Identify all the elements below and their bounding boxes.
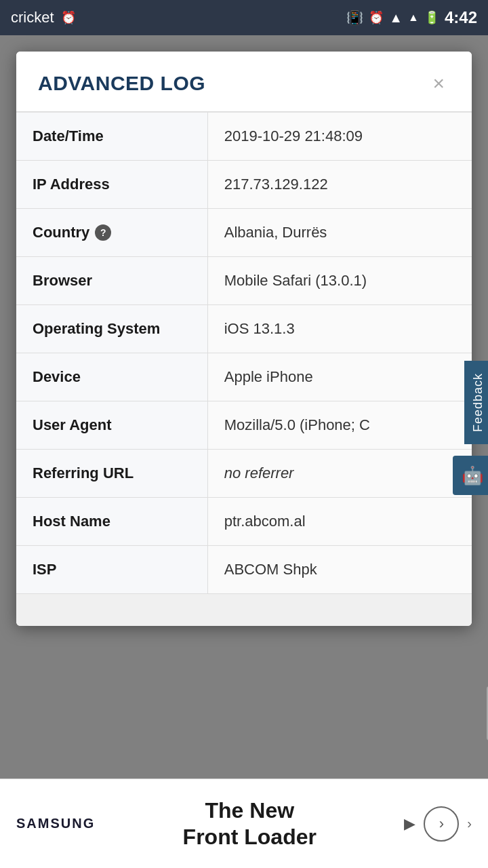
- modal-header: ADVANCED LOG ×: [16, 52, 472, 113]
- row-value-4: iOS 13.1.3: [207, 305, 472, 353]
- table-row: BrowserMobile Safari (13.0.1): [16, 257, 472, 305]
- row-label-3: Browser: [16, 257, 207, 305]
- row-label-text-6: User Agent: [33, 416, 112, 433]
- row-value-6: Mozilla/5.0 (iPhone; C: [207, 401, 472, 450]
- row-value-0: 2019-10-29 21:48:09: [207, 113, 472, 161]
- table-row: DeviceApple iPhone: [16, 353, 472, 401]
- ad-arrow-icon: ›: [439, 815, 444, 833]
- ad-play-icon[interactable]: ▶: [404, 815, 415, 833]
- table-row: Date/Time2019-10-29 21:48:09: [16, 113, 472, 161]
- chatbot-icon: 🤖: [462, 465, 483, 486]
- row-label-text-2: Country: [33, 224, 89, 241]
- info-table: Date/Time2019-10-29 21:48:09IP Address21…: [16, 113, 472, 593]
- row-label-text-1: IP Address: [33, 176, 110, 193]
- signal-icon: ▲: [408, 12, 419, 24]
- row-label-text-0: Date/Time: [33, 127, 104, 144]
- row-label-9: ISP: [16, 546, 207, 594]
- status-bar-left: cricket ⏰: [11, 9, 76, 26]
- row-value-8: ptr.abcom.al: [207, 498, 472, 546]
- row-label-text-5: Device: [33, 368, 81, 385]
- close-button[interactable]: ×: [427, 71, 450, 96]
- table-row: ISPABCOM Shpk: [16, 546, 472, 594]
- table-row: Country?Albania, Durrës: [16, 209, 472, 257]
- ad-text: The NewFront Loader: [108, 797, 390, 850]
- status-bar-right: 📳 ⏰ ▲ ▲ 🔋 4:42: [346, 8, 477, 27]
- chatbot-button[interactable]: 🤖: [453, 456, 488, 495]
- row-label-0: Date/Time: [16, 113, 207, 161]
- modal-footer: [16, 593, 472, 626]
- vibrate-icon: 📳: [346, 9, 363, 26]
- table-row: User AgentMozilla/5.0 (iPhone; C: [16, 401, 472, 450]
- row-label-text-3: Browser: [33, 272, 92, 289]
- alarm-icon: ⏰: [61, 10, 76, 25]
- status-bar: cricket ⏰ 📳 ⏰ ▲ ▲ 🔋 4:42: [0, 0, 488, 35]
- background-page: H .lt ADVANCED LOG × Date/Time2019-10-29…: [0, 35, 488, 868]
- battery-icon: 🔋: [424, 10, 439, 25]
- table-row: Operating SystemiOS 13.1.3: [16, 305, 472, 353]
- row-value-7: no referrer: [207, 450, 472, 498]
- feedback-label: Feedback: [471, 373, 485, 432]
- clock-icon: ⏰: [369, 10, 384, 25]
- info-icon-2: ?: [95, 224, 111, 241]
- row-label-text-4: Operating System: [33, 320, 160, 337]
- row-label-text-7: Referring URL: [33, 465, 134, 481]
- row-value-2: Albania, Durrës: [207, 209, 472, 257]
- row-label-6: User Agent: [16, 401, 207, 450]
- row-label-text-8: Host Name: [33, 513, 110, 530]
- row-label-5: Device: [16, 353, 207, 401]
- row-value-5: Apple iPhone: [207, 353, 472, 401]
- row-value-3: Mobile Safari (13.0.1): [207, 257, 472, 305]
- ad-actions: ▶ › ›: [404, 806, 472, 842]
- ad-arrow-button[interactable]: ›: [424, 806, 459, 842]
- ad-chevron-icon[interactable]: ›: [467, 816, 472, 831]
- advanced-log-modal: ADVANCED LOG × Date/Time2019-10-29 21:48…: [16, 52, 472, 626]
- ad-banner: SAMSUNG The NewFront Loader ▶ › ›: [0, 778, 488, 868]
- row-label-text-9: ISP: [33, 561, 56, 578]
- ad-logo: SAMSUNG: [16, 816, 95, 831]
- row-label-2: Country?: [16, 209, 207, 257]
- row-value-9: ABCOM Shpk: [207, 546, 472, 594]
- table-row: Host Nameptr.abcom.al: [16, 498, 472, 546]
- table-row: Referring URLno referrer: [16, 450, 472, 498]
- table-row: IP Address217.73.129.122: [16, 161, 472, 209]
- wifi-icon: ▲: [389, 10, 403, 26]
- row-label-4: Operating System: [16, 305, 207, 353]
- row-label-1: IP Address: [16, 161, 207, 209]
- modal-title: ADVANCED LOG: [38, 72, 205, 95]
- status-time: 4:42: [445, 8, 477, 27]
- row-label-8: Host Name: [16, 498, 207, 546]
- feedback-tab[interactable]: Feedback: [464, 361, 488, 444]
- row-label-7: Referring URL: [16, 450, 207, 498]
- carrier-label: cricket: [11, 9, 54, 26]
- row-value-1: 217.73.129.122: [207, 161, 472, 209]
